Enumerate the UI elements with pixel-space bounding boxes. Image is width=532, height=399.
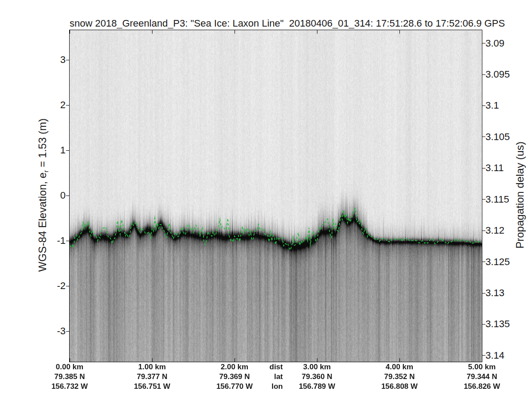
delay-tick-label: 3.12 bbox=[485, 225, 525, 236]
y-right-tick bbox=[482, 106, 485, 106]
y-right-tick bbox=[482, 231, 485, 231]
figure-title: snow 2018_Greenland_P3: "Sea Ice: Laxon … bbox=[70, 18, 482, 29]
delay-tick-label: 3.125 bbox=[485, 256, 525, 268]
x-bottom-tick bbox=[482, 358, 482, 362]
y-left-tick bbox=[66, 331, 69, 332]
y-right-tick bbox=[482, 199, 485, 200]
elevation-tick-label: 1 bbox=[35, 145, 66, 156]
elevation-tick-label: -2 bbox=[35, 280, 66, 292]
x-tick-km-label: 4.00 km bbox=[368, 363, 430, 372]
elevation-tick-label: 3 bbox=[35, 54, 66, 66]
left-axis-label-subscript: r bbox=[42, 170, 50, 172]
elevation-tick-label: 0 bbox=[35, 190, 66, 201]
delay-tick-label: 3.115 bbox=[485, 194, 525, 205]
x-bottom-tick bbox=[399, 358, 400, 362]
x-tick-lon-label: 156.826 W bbox=[451, 382, 513, 391]
figure: snow 2018_Greenland_P3: "Sea Ice: Laxon … bbox=[0, 0, 532, 399]
delay-tick-label: 3.14 bbox=[485, 350, 525, 361]
x-axis-row-header-lon: lon bbox=[247, 382, 283, 391]
y-left-tick bbox=[66, 150, 69, 151]
x-tick-lat-label: 79.352 N bbox=[368, 372, 430, 381]
y-left-tick bbox=[66, 105, 69, 106]
x-top-tick bbox=[317, 30, 317, 34]
x-tick-lat-label: 79.385 N bbox=[39, 372, 101, 381]
elevation-tick-label: -1 bbox=[35, 235, 66, 246]
x-bottom-tick bbox=[152, 358, 153, 362]
x-tick-km-label: 5.00 km bbox=[451, 363, 513, 372]
x-tick-lon-label: 156.751 W bbox=[121, 382, 183, 391]
delay-tick-label: 3.09 bbox=[485, 38, 525, 49]
x-top-tick bbox=[70, 30, 70, 34]
echogram-canvas bbox=[70, 30, 482, 362]
y-right-tick bbox=[482, 355, 485, 356]
x-axis-row-header-lat: lat bbox=[247, 372, 283, 381]
y-right-tick bbox=[482, 137, 485, 137]
elevation-tick-label: 2 bbox=[35, 99, 66, 111]
x-tick-lon-label: 156.732 W bbox=[39, 382, 101, 391]
y-right-tick bbox=[482, 324, 485, 325]
x-top-tick bbox=[482, 30, 482, 34]
x-tick-lat-label: 79.360 N bbox=[286, 372, 348, 381]
x-tick-lon-label: 156.789 W bbox=[286, 382, 348, 391]
delay-tick-label: 3.11 bbox=[485, 162, 525, 174]
x-tick-lat-label: 79.377 N bbox=[121, 372, 183, 381]
elevation-tick-label: -3 bbox=[35, 325, 66, 337]
x-tick-km-label: 3.00 km bbox=[286, 363, 348, 372]
y-left-tick bbox=[66, 196, 69, 196]
y-right-tick bbox=[482, 262, 485, 262]
x-tick-km-label: 0.00 km bbox=[39, 363, 101, 372]
x-top-tick bbox=[235, 30, 235, 34]
y-left-tick bbox=[66, 60, 69, 60]
y-right-tick bbox=[482, 74, 485, 75]
x-top-tick bbox=[399, 30, 400, 34]
x-bottom-tick bbox=[235, 358, 235, 362]
delay-tick-label: 3.135 bbox=[485, 318, 525, 330]
delay-tick-label: 3.095 bbox=[485, 69, 525, 80]
y-right-tick bbox=[482, 168, 485, 168]
x-bottom-tick bbox=[70, 358, 70, 362]
x-tick-lat-label: 79.344 N bbox=[451, 372, 513, 381]
y-right-tick bbox=[482, 43, 485, 43]
delay-tick-label: 3.105 bbox=[485, 131, 525, 143]
delay-tick-label: 3.13 bbox=[485, 287, 525, 299]
y-right-tick bbox=[482, 293, 485, 293]
x-tick-km-label: 1.00 km bbox=[121, 363, 183, 372]
y-left-tick bbox=[66, 286, 69, 286]
delay-tick-label: 3.1 bbox=[485, 100, 525, 111]
left-axis-label-text: WGS-84 Elevation, e bbox=[36, 172, 48, 272]
x-tick-lon-label: 156.808 W bbox=[368, 382, 430, 391]
y-left-tick bbox=[66, 241, 69, 241]
x-axis-row-header-dist: dist bbox=[247, 363, 283, 372]
x-top-tick bbox=[152, 30, 153, 34]
x-bottom-tick bbox=[317, 358, 317, 362]
